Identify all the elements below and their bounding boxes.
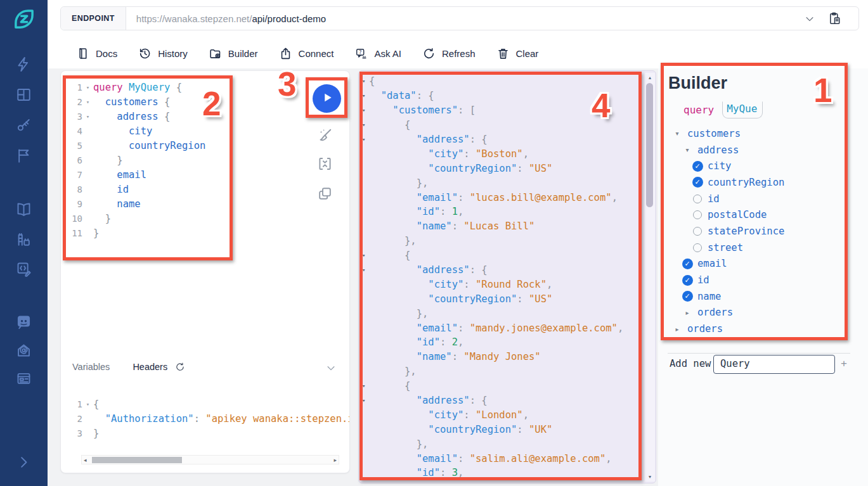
caret-right-icon[interactable]: ▸ xyxy=(671,326,683,333)
headers-editor[interactable]: 1▾{2 "Authorization": "apikey wanaka::st… xyxy=(61,397,350,440)
execute-query-button[interactable] xyxy=(313,84,341,113)
toolbar-button-ask-ai[interactable]: ?Ask AI xyxy=(354,47,401,60)
toolbar-button-builder[interactable]: Builder xyxy=(209,47,258,60)
code-text: "address": { xyxy=(368,395,488,406)
results-line: ▾{ xyxy=(359,74,644,89)
builder-tree-field-orders[interactable]: ▸orders xyxy=(658,305,868,321)
builder-tree-field-id[interactable]: ✓id xyxy=(658,272,868,288)
scroll-down-arrow-icon[interactable]: ▾ xyxy=(645,474,655,480)
operation-name-input[interactable]: MyQue xyxy=(722,101,763,118)
fold-caret-icon[interactable]: ▾ xyxy=(359,383,368,389)
builder-tree-field-street[interactable]: street xyxy=(658,240,868,256)
flag-icon[interactable] xyxy=(15,147,32,164)
fold-caret-icon[interactable]: ▾ xyxy=(82,401,93,407)
book-icon[interactable] xyxy=(15,201,32,218)
endpoint-url[interactable]: https://wanaka.stepzen.net/api/product-d… xyxy=(126,13,326,24)
unchecked-circle-icon[interactable] xyxy=(691,243,704,252)
results-line: }, xyxy=(359,364,644,379)
mail-icon[interactable] xyxy=(15,342,32,359)
unchecked-circle-icon[interactable] xyxy=(691,195,704,203)
toolbar-button-connect[interactable]: Connect xyxy=(279,47,334,60)
fold-caret-icon[interactable]: ▾ xyxy=(359,252,368,259)
ask-ai-icon: ? xyxy=(354,47,368,60)
builder-tree-field-customers[interactable]: ▾customers xyxy=(658,125,868,142)
scroll-left-arrow-icon[interactable]: ◂ xyxy=(84,456,87,464)
unchecked-circle-icon[interactable] xyxy=(691,227,704,236)
line-number: 7 xyxy=(61,170,82,180)
headers-horizontal-scrollbar[interactable]: ◂ ▸ xyxy=(81,455,339,464)
split-panel-icon[interactable] xyxy=(15,86,32,103)
stepzen-logo-icon[interactable] xyxy=(11,6,37,32)
fold-caret-icon[interactable]: ▾ xyxy=(359,136,368,143)
results-line: "countryRegion": "UK" xyxy=(359,422,644,437)
results-line: "city": "Round Rock", xyxy=(359,277,644,291)
copy-query-button[interactable] xyxy=(316,185,334,202)
results-vertical-scrollbar[interactable]: ▴ ▾ xyxy=(645,73,655,482)
builder-tree-field-postalCode[interactable]: postalCode xyxy=(658,207,868,223)
line-number: 3 xyxy=(61,112,82,122)
builder-tree-field-address[interactable]: ▾address xyxy=(658,142,868,158)
lightning-icon[interactable] xyxy=(15,56,32,73)
checked-circle-icon[interactable]: ✓ xyxy=(681,291,694,302)
caret-right-icon[interactable]: ▸ xyxy=(681,309,694,316)
endpoint-bar[interactable]: ENDPOINT https://wanaka.stepzen.net/api/… xyxy=(60,6,859,30)
fold-caret-icon[interactable]: ▾ xyxy=(359,93,368,99)
headers-refresh-icon[interactable] xyxy=(175,362,185,372)
toolbar-button-clear[interactable]: Clear xyxy=(496,47,539,60)
caret-down-icon[interactable]: ▾ xyxy=(681,146,694,153)
unchecked-circle-icon[interactable] xyxy=(691,210,704,219)
builder-tree-field-stateProvince[interactable]: stateProvince xyxy=(658,223,868,240)
fold-caret-icon[interactable]: ▾ xyxy=(82,99,93,105)
fold-caret-icon[interactable]: ▾ xyxy=(359,267,368,273)
builder-field-label: address xyxy=(697,144,739,156)
checked-circle-icon[interactable]: ✓ xyxy=(681,275,694,286)
fold-caret-icon[interactable]: ▾ xyxy=(359,78,368,84)
toolbar-button-docs[interactable]: Docs xyxy=(76,47,117,60)
line-number: 9 xyxy=(61,199,82,209)
fold-caret-icon[interactable]: ▾ xyxy=(359,122,368,128)
tab-headers[interactable]: Headers xyxy=(133,362,167,372)
code-editor-icon[interactable] xyxy=(15,260,32,278)
headers-editor-line: 2 "Authorization": "apikey wanaka::stepz… xyxy=(61,411,350,426)
vertical-scrollbar-thumb[interactable] xyxy=(646,83,653,207)
blocks-icon[interactable] xyxy=(15,231,32,248)
fold-caret-icon[interactable]: ▾ xyxy=(359,107,368,113)
graphql-query-editor[interactable]: 1▾query MyQuery {2▾ customers {3▾ addres… xyxy=(61,80,205,240)
merge-fragments-button[interactable] xyxy=(316,155,334,172)
toolbar-button-refresh[interactable]: Refresh xyxy=(422,47,476,60)
builder-tree-field-city[interactable]: ✓city xyxy=(658,158,868,174)
chevron-right-icon[interactable] xyxy=(15,454,32,471)
scroll-right-arrow-icon[interactable]: ▸ xyxy=(334,456,337,464)
add-new-operation-select[interactable]: Query xyxy=(713,355,835,374)
fold-caret-icon[interactable]: ▾ xyxy=(359,397,368,404)
horizontal-scrollbar-thumb[interactable] xyxy=(92,457,182,463)
code-text: "email": "mandy.jones@example.com", xyxy=(368,323,623,334)
add-new-plus-button[interactable]: + xyxy=(841,357,847,370)
collapse-pane-chevron-down-icon[interactable] xyxy=(325,362,337,374)
toolbar-button-history[interactable]: History xyxy=(138,47,188,60)
toolbar-button-label: Refresh xyxy=(442,48,476,59)
builder-tree-field-orders[interactable]: ▸orders xyxy=(658,321,868,337)
fold-caret-icon[interactable]: ▾ xyxy=(82,113,93,120)
builder-tree-field-email[interactable]: ✓email xyxy=(658,256,868,272)
results-json-viewer[interactable]: ▾{▾ "data": {▾ "customers": [▾ {▾ "addre… xyxy=(359,74,644,480)
prettify-button[interactable] xyxy=(316,127,334,144)
discord-icon[interactable] xyxy=(15,313,32,330)
caret-down-icon[interactable]: ▾ xyxy=(671,130,683,137)
scroll-up-arrow-icon[interactable]: ▴ xyxy=(645,75,655,80)
checked-circle-icon[interactable]: ✓ xyxy=(681,259,694,269)
fold-caret-icon[interactable]: ▾ xyxy=(82,84,93,91)
key-icon[interactable] xyxy=(15,117,32,134)
checked-circle-icon[interactable]: ✓ xyxy=(691,161,704,172)
copy-endpoint-clipboard-icon[interactable] xyxy=(827,11,842,26)
builder-tree-field-name[interactable]: ✓name xyxy=(658,288,868,305)
bottom-pane-tabs: Variables Headers xyxy=(72,362,185,372)
tab-variables[interactable]: Variables xyxy=(72,362,110,372)
endpoint-chevron-down-icon[interactable] xyxy=(804,13,815,25)
play-icon xyxy=(321,91,334,106)
builder-tree-field-countryRegion[interactable]: ✓countryRegion xyxy=(658,174,868,191)
news-card-icon[interactable] xyxy=(15,370,32,387)
code-text: "countryRegion": "UK" xyxy=(368,424,552,435)
builder-tree-field-id[interactable]: id xyxy=(658,191,868,207)
checked-circle-icon[interactable]: ✓ xyxy=(691,177,704,188)
